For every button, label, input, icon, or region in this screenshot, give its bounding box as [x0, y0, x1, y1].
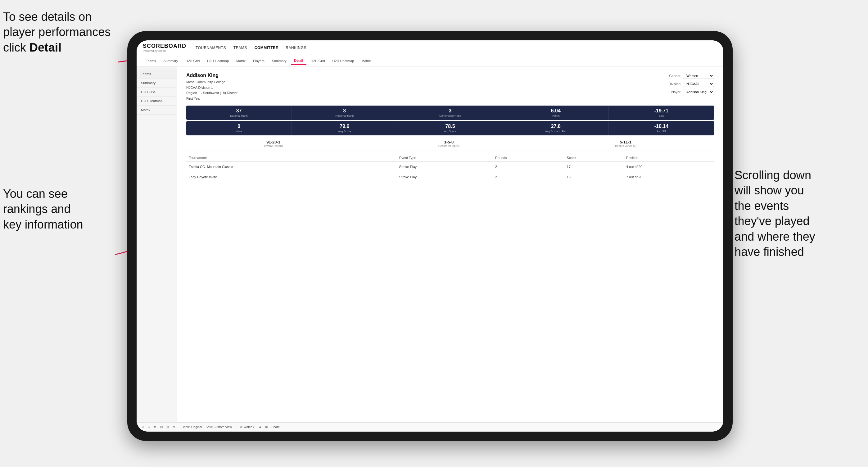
filter-gender-label: Gender: [669, 74, 681, 77]
row2-rounds: 2: [493, 172, 564, 182]
annotation-right-line5: and where they: [735, 230, 815, 243]
annotation-bottom-left: You can see rankings and key information: [3, 186, 121, 232]
main-content: Teams Summary H2H Grid H2H Heatmap Matri…: [136, 66, 723, 422]
filter-player-label: Player: [671, 90, 681, 94]
logo-sub: Powered by clippd: [143, 50, 186, 53]
tab-h2h-grid[interactable]: H2H Grid: [182, 57, 203, 65]
stat-sos-value: -19.71: [613, 108, 710, 114]
tab-summary[interactable]: Summary: [160, 57, 181, 65]
stat-points: 6.04 Points: [503, 105, 609, 120]
record-top25-value: 1-5-0: [438, 140, 460, 145]
player-division: NJCAA Division 1: [186, 85, 237, 91]
stat-adj-score-value: 78.5: [401, 124, 499, 129]
stat-national-rank-label: National Rank: [190, 114, 288, 117]
tablet-screen: SCOREBOARD Powered by clippd TOURNAMENTS…: [136, 40, 723, 432]
nav-committee[interactable]: COMMITTEE: [254, 44, 278, 51]
toolbar-undo[interactable]: ↩: [142, 426, 144, 429]
tab-summary2[interactable]: Summary: [269, 57, 290, 65]
filter-division-label: Division: [669, 82, 681, 86]
nav-rankings[interactable]: RANKINGS: [286, 44, 306, 51]
filter-division-select[interactable]: NJCAA I: [683, 81, 714, 87]
annotation-bottom-line1: You can see: [3, 187, 68, 200]
top-nav: SCOREBOARD Powered by clippd TOURNAMENTS…: [136, 40, 723, 55]
row1-event-type: Stroke Play: [397, 162, 493, 172]
row2-tournament: Lady Coyote Invite: [186, 172, 397, 182]
row1-tournament: Estella CC- Mountain Classic: [186, 162, 397, 172]
player-region: Region 1 - Southwest (18) District: [186, 90, 237, 96]
record-overall: 91-20-1 Overall Record: [264, 140, 283, 148]
stat-avg-score-par-label: Avg Score to Par: [507, 130, 605, 133]
toolbar-view-original[interactable]: View: Original: [183, 426, 202, 429]
records-row: 91-20-1 Overall Record 1-5-0 Record vs t…: [186, 136, 714, 151]
record-top50-label: Record vs top 50: [615, 145, 636, 148]
toolbar-display[interactable]: 🖥: [258, 426, 261, 429]
record-top50: 5-11-1 Record vs top 50: [615, 140, 636, 148]
tab-matrix[interactable]: Matrix: [233, 57, 249, 65]
col-event-type: Event Type: [397, 154, 493, 162]
filter-player-select[interactable]: Addison King: [683, 89, 714, 95]
stat-avg-sg-label: Avg SG: [613, 130, 710, 133]
toolbar-share[interactable]: Share: [271, 426, 280, 429]
tab-players[interactable]: Players: [250, 57, 268, 65]
row1-position: 4 out of 20: [624, 162, 714, 172]
toolbar-watch[interactable]: 👁 Watch ▾: [240, 426, 255, 429]
filter-division-row: Division NJCAA I: [669, 81, 714, 87]
tab-teams[interactable]: Teams: [143, 57, 159, 65]
toolbar-icon2[interactable]: ⊟: [166, 426, 169, 429]
row1-rounds: 2: [493, 162, 564, 172]
left-panel-h2h-grid[interactable]: H2H Grid: [136, 88, 177, 97]
stat-adj-score-label: Adj Score: [401, 130, 499, 133]
left-panel-matrix[interactable]: Matrix: [136, 105, 177, 115]
record-overall-label: Overall Record: [264, 145, 283, 148]
stat-regional-rank: 3 Regional Rank: [292, 105, 397, 120]
left-panel: Teams Summary H2H Grid H2H Heatmap Matri…: [136, 66, 177, 422]
toolbar-save-custom-view[interactable]: Save Custom View: [206, 426, 232, 429]
bottom-toolbar: ↩ ↪ ⟳ ⊡ ⊟ ⊙ View: Original Save Custom V…: [136, 422, 723, 432]
filter-player-row: Player Addison King: [671, 89, 714, 95]
nav-teams[interactable]: TEAMS: [234, 44, 247, 51]
sub-nav: Teams Summary H2H Grid H2H Heatmap Matri…: [136, 55, 723, 66]
stat-wins: 0 Wins: [186, 121, 292, 135]
stat-regional-rank-label: Regional Rank: [296, 114, 393, 117]
stat-avg-score-value: 79.6: [296, 124, 393, 129]
stat-avg-sg-value: -10.14: [613, 124, 710, 129]
tab-h2h-grid2[interactable]: H2H Grid: [308, 57, 328, 65]
stat-national-rank-value: 37: [190, 108, 288, 114]
annotation-bottom-line3: key information: [3, 218, 83, 231]
col-rounds: Rounds: [493, 154, 564, 162]
logo-area: SCOREBOARD Powered by clippd: [143, 43, 186, 53]
stat-sos-label: SoS: [613, 114, 710, 117]
stat-conference-rank-label: Conference Rank: [401, 114, 499, 117]
annotation-right-line2: will show you: [735, 184, 804, 197]
tab-matrix2[interactable]: Matrix: [358, 57, 374, 65]
stat-wins-label: Wins: [190, 130, 288, 133]
stat-avg-score-par-value: 27.8: [507, 124, 605, 129]
right-panel: Addison King Mesa Community College NJCA…: [177, 66, 723, 422]
toolbar-icon3[interactable]: ⊙: [173, 426, 175, 429]
toolbar-divider-1: [179, 425, 179, 430]
record-top50-value: 5-11-1: [615, 140, 636, 145]
tournament-table: Tournament Event Type Rounds Score Posit…: [186, 154, 714, 182]
tab-h2h-heatmap[interactable]: H2H Heatmap: [204, 57, 232, 65]
tablet-frame: SCOREBOARD Powered by clippd TOURNAMENTS…: [127, 31, 733, 441]
toolbar-icon1[interactable]: ⊡: [160, 426, 163, 429]
stat-points-label: Points: [507, 114, 605, 117]
stat-conference-rank: 3 Conference Rank: [397, 105, 503, 120]
nav-tournaments[interactable]: TOURNAMENTS: [195, 44, 226, 51]
toolbar-redo[interactable]: ↪: [148, 426, 150, 429]
left-panel-summary[interactable]: Summary: [136, 79, 177, 88]
toolbar-grid[interactable]: ⊞: [265, 426, 268, 429]
annotation-bottom-line2: rankings and: [3, 203, 71, 216]
table-row: Estella CC- Mountain Classic Stroke Play…: [186, 162, 714, 172]
tab-h2h-heatmap2[interactable]: H2H Heatmap: [330, 57, 357, 65]
row1-score: 17: [564, 162, 624, 172]
filter-gender-select[interactable]: Women: [683, 73, 714, 79]
left-panel-teams[interactable]: Teams: [136, 69, 177, 79]
left-panel-h2h-heatmap[interactable]: H2H Heatmap: [136, 97, 177, 105]
stat-points-value: 6.04: [507, 108, 605, 114]
player-filters: Gender Women Division NJCAA I: [669, 73, 714, 101]
toolbar-refresh[interactable]: ⟳: [154, 426, 156, 429]
stat-adj-score: 78.5 Adj Score: [397, 121, 503, 135]
tab-detail[interactable]: Detail: [291, 57, 306, 65]
table-row: Lady Coyote Invite Stroke Play 2 16 7 ou…: [186, 172, 714, 182]
